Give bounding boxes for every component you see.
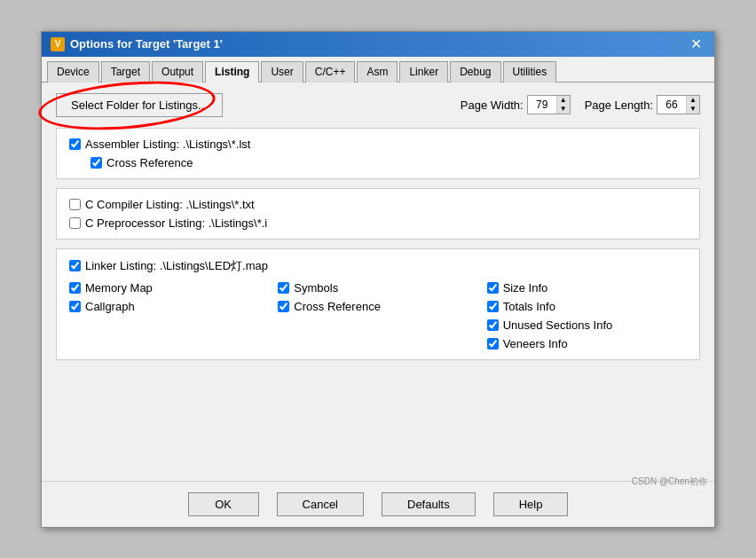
page-length-up-button[interactable]: ▲ xyxy=(687,96,699,105)
ok-button[interactable]: OK xyxy=(188,492,259,516)
linker-listing-checkbox[interactable] xyxy=(69,260,81,271)
veneers-info-text: Veneers Info xyxy=(503,337,568,350)
tab-bar: Device Target Output Listing User C/C++ … xyxy=(42,57,714,83)
callgraph-label[interactable]: Callgraph xyxy=(69,300,269,313)
help-button[interactable]: Help xyxy=(493,492,569,516)
c-preprocessor-checkbox[interactable] xyxy=(69,217,81,229)
title-bar-left: V Options for Target 'Target 1' xyxy=(51,37,223,51)
bottom-buttons: OK Cancel Defaults Help xyxy=(42,481,714,527)
page-length-spinbox[interactable]: ▲ ▼ xyxy=(657,95,700,114)
size-info-checkbox[interactable] xyxy=(487,282,499,294)
symbols-text: Symbols xyxy=(294,281,338,295)
page-controls: Page Width: ▲ ▼ Page Length: ▲ xyxy=(461,95,700,114)
page-width-up-button[interactable]: ▲ xyxy=(557,96,570,105)
tab-device[interactable]: Device xyxy=(47,61,99,83)
assembler-cross-ref-label[interactable]: Cross Reference xyxy=(91,156,193,169)
memory-map-checkbox[interactable] xyxy=(69,282,81,294)
linker-cross-ref-label[interactable]: Cross Reference xyxy=(278,300,477,313)
size-info-label[interactable]: Size Info xyxy=(487,281,687,295)
linker-section: Linker Listing: .\Listings\LED灯.map Memo… xyxy=(56,248,700,360)
tab-cpp[interactable]: C/C++ xyxy=(305,61,356,83)
tab-listing[interactable]: Listing xyxy=(205,61,259,83)
page-width-control: Page Width: ▲ ▼ xyxy=(461,95,571,114)
linker-cross-ref-text: Cross Reference xyxy=(294,300,381,313)
assembler-listing-row: Assembler Listing: .\Listings\*.lst xyxy=(69,138,687,151)
page-width-input[interactable] xyxy=(528,98,556,112)
assembler-listing-text: Assembler Listing: .\Listings\*.lst xyxy=(85,138,250,151)
page-width-label: Page Width: xyxy=(461,98,524,112)
c-compiler-section: C Compiler Listing: .\Listings\*.txt C P… xyxy=(56,188,700,240)
assembler-cross-ref-text: Cross Reference xyxy=(106,156,193,169)
close-button[interactable]: ✕ xyxy=(687,37,705,51)
page-length-input[interactable] xyxy=(658,98,686,112)
top-row: Select Folder for Listings... Page Width… xyxy=(56,93,700,117)
c-preprocessor-label[interactable]: C Preprocessor Listing: .\Listings\*.i xyxy=(69,216,267,230)
size-info-text: Size Info xyxy=(503,281,548,295)
tab-asm[interactable]: Asm xyxy=(357,61,398,83)
tab-debug[interactable]: Debug xyxy=(450,61,500,83)
select-folder-wrapper: Select Folder for Listings... xyxy=(56,93,223,117)
linker-options-grid: Memory Map Symbols Size Info Callgraph xyxy=(69,281,687,350)
totals-info-checkbox[interactable] xyxy=(487,301,499,312)
c-preprocessor-row: C Preprocessor Listing: .\Listings\*.i xyxy=(69,216,687,230)
linker-listing-text: Linker Listing: .\Listings\LED灯.map xyxy=(85,258,268,274)
tab-output[interactable]: Output xyxy=(152,61,203,83)
assembler-cross-ref-checkbox[interactable] xyxy=(91,157,102,169)
callgraph-text: Callgraph xyxy=(85,300,135,313)
page-width-spinbox[interactable]: ▲ ▼ xyxy=(527,95,571,114)
tab-utilities[interactable]: Utilities xyxy=(503,61,557,83)
app-icon: V xyxy=(51,37,65,51)
totals-info-label[interactable]: Totals Info xyxy=(487,300,687,313)
select-folder-button[interactable]: Select Folder for Listings... xyxy=(56,93,223,117)
callgraph-checkbox[interactable] xyxy=(69,301,81,312)
page-width-down-button[interactable]: ▼ xyxy=(557,105,570,114)
tab-target[interactable]: Target xyxy=(101,61,150,83)
symbols-label[interactable]: Symbols xyxy=(278,281,477,295)
unused-sections-label[interactable]: Unused Sections Info xyxy=(487,318,687,332)
title-bar: V Options for Target 'Target 1' ✕ xyxy=(42,32,714,57)
memory-map-label[interactable]: Memory Map xyxy=(69,281,269,295)
c-preprocessor-text: C Preprocessor Listing: .\Listings\*.i xyxy=(85,216,267,230)
page-length-down-button[interactable]: ▼ xyxy=(687,105,699,114)
c-compiler-listing-label[interactable]: C Compiler Listing: .\Listings\*.txt xyxy=(69,198,255,211)
assembler-cross-ref-row: Cross Reference xyxy=(91,156,687,169)
watermark: CSDN @Chen初你 xyxy=(632,475,707,488)
veneers-info-checkbox[interactable] xyxy=(487,338,499,350)
page-length-label: Page Length: xyxy=(585,98,653,112)
unused-sections-checkbox[interactable] xyxy=(487,319,499,331)
memory-map-text: Memory Map xyxy=(85,281,153,295)
linker-cross-ref-checkbox[interactable] xyxy=(278,301,289,312)
linker-listing-row: Linker Listing: .\Listings\LED灯.map xyxy=(69,258,687,274)
c-compiler-listing-checkbox[interactable] xyxy=(69,199,81,210)
options-dialog: V Options for Target 'Target 1' ✕ Device… xyxy=(41,31,715,528)
defaults-button[interactable]: Defaults xyxy=(382,492,476,516)
symbols-checkbox[interactable] xyxy=(278,282,289,294)
assembler-section: Assembler Listing: .\Listings\*.lst Cros… xyxy=(56,128,700,179)
totals-info-text: Totals Info xyxy=(503,300,555,313)
dialog-title: Options for Target 'Target 1' xyxy=(70,37,223,51)
tab-linker[interactable]: Linker xyxy=(399,61,448,83)
assembler-listing-checkbox[interactable] xyxy=(69,138,81,150)
c-compiler-listing-row: C Compiler Listing: .\Listings\*.txt xyxy=(69,198,687,211)
page-length-spinbox-buttons: ▲ ▼ xyxy=(686,96,699,114)
linker-listing-label[interactable]: Linker Listing: .\Listings\LED灯.map xyxy=(69,258,268,274)
veneers-info-label[interactable]: Veneers Info xyxy=(487,337,687,350)
c-compiler-listing-text: C Compiler Listing: .\Listings\*.txt xyxy=(85,198,255,211)
page-width-spinbox-buttons: ▲ ▼ xyxy=(556,96,570,114)
tab-user[interactable]: User xyxy=(261,61,303,83)
content-area: Select Folder for Listings... Page Width… xyxy=(42,83,714,380)
assembler-listing-label[interactable]: Assembler Listing: .\Listings\*.lst xyxy=(69,138,250,151)
page-length-control: Page Length: ▲ ▼ xyxy=(585,95,700,114)
cancel-button[interactable]: Cancel xyxy=(277,492,364,516)
unused-sections-text: Unused Sections Info xyxy=(503,318,613,332)
